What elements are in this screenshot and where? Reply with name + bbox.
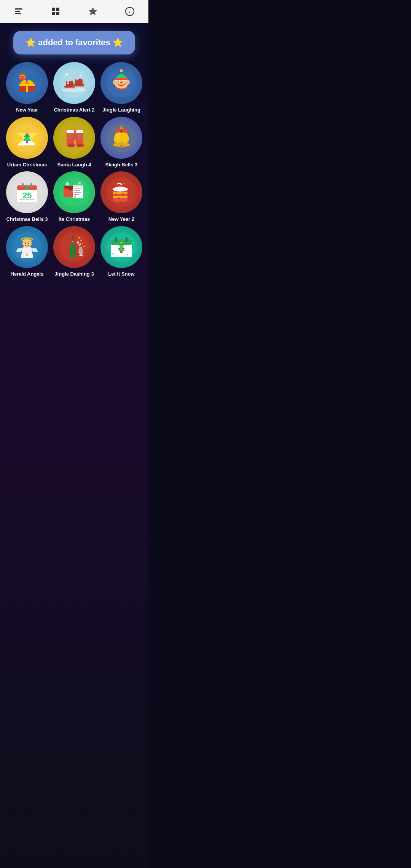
svg-text:✦: ✦ — [26, 253, 29, 256]
new-year-2-icon — [100, 171, 142, 213]
svg-rect-5 — [52, 12, 55, 15]
svg-point-143 — [112, 253, 114, 255]
urban-christmas-label: Urban Christmas — [7, 162, 47, 168]
svg-point-74 — [120, 126, 123, 129]
new-year-label: New Year — [16, 107, 38, 113]
info-icon[interactable]: i — [123, 5, 137, 18]
ringtone-item-let-it-snow[interactable]: Let It Snow — [100, 226, 143, 277]
svg-point-144 — [116, 255, 118, 256]
its-christmas-icon — [53, 171, 95, 213]
svg-rect-89 — [29, 199, 35, 200]
svg-rect-6 — [56, 12, 59, 15]
ringtone-item-new-year-2[interactable]: New Year 2 — [100, 171, 143, 222]
svg-text:✦: ✦ — [77, 235, 81, 241]
svg-point-139 — [123, 247, 125, 249]
ringtone-item-santa-laugh-4[interactable]: Santa Laugh 4 — [53, 117, 96, 168]
ringtone-item-its-christmas[interactable]: Its Christmas — [53, 171, 96, 222]
svg-point-40 — [70, 77, 71, 78]
santa-laugh-4-icon — [53, 117, 95, 159]
ringtone-item-jingle-dashing-3[interactable]: ✦ ✦ ✦ Jingle Dashing 3 — [53, 226, 96, 277]
svg-point-108 — [115, 187, 126, 190]
ringtone-item-jingle-laughing[interactable]: Jingle Laughing — [100, 62, 143, 113]
svg-point-38 — [73, 73, 75, 74]
svg-point-72 — [120, 145, 123, 148]
svg-point-124 — [82, 243, 83, 244]
svg-rect-133 — [115, 237, 117, 242]
toast-container: ⭐ added to favorites ⭐ — [0, 23, 148, 58]
let-it-snow-icon — [100, 226, 142, 268]
christmas-bells-3-label: Christmas Bells 3 — [6, 216, 48, 222]
grid-icon[interactable] — [49, 5, 62, 18]
svg-rect-97 — [74, 190, 80, 191]
svg-point-116 — [28, 243, 29, 244]
svg-rect-19 — [22, 73, 23, 75]
svg-rect-126 — [79, 255, 83, 256]
svg-point-47 — [118, 81, 119, 82]
christmas-alert-2-label: Christmas Alert 2 — [54, 107, 94, 113]
svg-point-53 — [114, 81, 115, 84]
svg-rect-87 — [19, 199, 25, 200]
svg-rect-95 — [73, 185, 83, 187]
svg-rect-14 — [19, 84, 35, 86]
toast-text: ⭐ added to favorites ⭐ — [25, 38, 123, 47]
svg-rect-32 — [73, 84, 84, 86]
svg-rect-120 — [72, 236, 73, 238]
svg-point-22 — [24, 77, 25, 78]
ringtone-item-urban-christmas[interactable]: Urban Christmas — [5, 117, 49, 168]
svg-rect-24 — [66, 81, 73, 86]
main-content: ⭐ added to favorites ⭐ — [0, 23, 148, 868]
santa-laugh-4-label: Santa Laugh 4 — [57, 162, 91, 168]
svg-rect-2 — [15, 13, 21, 14]
ringtone-item-christmas-bells-3[interactable]: 25 Christmas Bells 3 — [5, 171, 49, 222]
svg-rect-88 — [25, 199, 29, 200]
svg-point-48 — [124, 81, 125, 82]
svg-rect-98 — [74, 192, 81, 193]
svg-point-110 — [118, 198, 120, 199]
svg-point-111 — [122, 193, 124, 195]
svg-rect-4 — [56, 8, 59, 11]
svg-point-37 — [65, 73, 68, 76]
svg-rect-137 — [120, 251, 123, 253]
font-icon[interactable] — [12, 5, 25, 18]
svg-marker-7 — [89, 8, 97, 15]
ringtone-item-sleigh-bells-3[interactable]: Sleigh Bells 3 — [100, 117, 143, 168]
svg-rect-0 — [15, 8, 22, 10]
svg-point-101 — [66, 182, 69, 185]
favorites-star-icon[interactable] — [86, 5, 100, 18]
svg-rect-66 — [67, 130, 74, 133]
svg-point-77 — [119, 129, 123, 133]
svg-point-21 — [20, 77, 21, 78]
ringtone-item-new-year[interactable]: New Year — [5, 62, 49, 113]
its-christmas-label: Its Christmas — [59, 216, 90, 222]
svg-rect-125 — [80, 254, 82, 255]
jingle-laughing-label: Jingle Laughing — [102, 107, 140, 113]
svg-rect-25 — [64, 86, 75, 88]
jingle-dashing-3-icon: ✦ ✦ ✦ — [53, 226, 95, 268]
svg-point-138 — [118, 247, 120, 249]
svg-point-145 — [127, 254, 128, 255]
jingle-laughing-icon — [100, 62, 142, 104]
svg-rect-134 — [126, 237, 127, 242]
svg-point-44 — [120, 69, 123, 72]
svg-text:i: i — [129, 9, 131, 14]
svg-text:✦: ✦ — [83, 245, 85, 249]
herald-angels-label: Herald Angels — [11, 271, 44, 277]
svg-point-141 — [122, 245, 124, 247]
svg-rect-67 — [76, 130, 83, 133]
sleigh-bells-3-icon — [100, 117, 142, 159]
svg-point-102 — [78, 182, 81, 184]
svg-rect-31 — [75, 79, 83, 85]
svg-rect-1 — [15, 11, 20, 12]
svg-text:25: 25 — [22, 191, 32, 200]
svg-rect-106 — [113, 196, 127, 198]
herald-angels-icon: ✦ — [6, 226, 48, 268]
added-to-favorites-toast: ⭐ added to favorites ⭐ — [13, 31, 135, 54]
svg-point-55 — [127, 81, 129, 84]
ringtone-item-christmas-alert-2[interactable]: Christmas Alert 2 — [53, 62, 96, 113]
svg-point-115 — [25, 243, 26, 244]
svg-point-146 — [130, 252, 131, 253]
svg-point-100 — [74, 196, 76, 198]
ringtone-item-herald-angels[interactable]: ✦ Herald Angels — [5, 226, 49, 277]
svg-text:✦: ✦ — [79, 242, 82, 246]
svg-rect-33 — [74, 86, 84, 87]
